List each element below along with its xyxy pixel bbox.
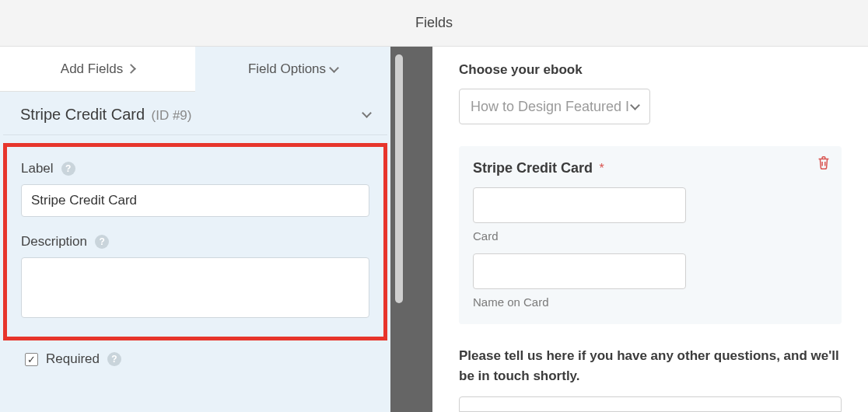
ebook-select[interactable]: How to Design Featured I [459, 89, 650, 124]
label-section: Label ? [21, 161, 369, 217]
tab-field-options[interactable]: Field Options [195, 47, 390, 92]
required-row: ✓ Required ? [0, 351, 390, 381]
cc-title: Stripe Credit Card [473, 160, 593, 176]
label-input[interactable] [21, 184, 369, 217]
card-number-input[interactable] [473, 187, 686, 223]
help-icon[interactable]: ? [107, 352, 121, 366]
description-input[interactable] [21, 257, 369, 318]
credit-card-panel[interactable]: Stripe Credit Card * Card Name on Card [459, 146, 842, 324]
questions-input[interactable] [459, 396, 842, 412]
description-text: Description [21, 234, 87, 250]
sidebar: Add Fields Field Options Stripe Credit C… [0, 47, 390, 412]
sidebar-tabs: Add Fields Field Options [0, 47, 390, 92]
required-star-icon: * [599, 162, 604, 175]
description-row: Description ? [21, 234, 369, 250]
field-header-id: (ID #9) [152, 108, 192, 123]
main-layout: Add Fields Field Options Stripe Credit C… [0, 47, 868, 412]
ebook-label: Choose your ebook [459, 62, 842, 78]
card-sublabel: Card [473, 229, 828, 243]
description-section: Description ? [21, 234, 369, 321]
tab-add-label: Add Fields [61, 61, 123, 77]
required-checkbox[interactable]: ✓ [25, 353, 38, 366]
page-title: Fields [415, 15, 453, 31]
help-icon[interactable]: ? [61, 162, 75, 176]
label-text: Label [21, 161, 54, 176]
label-row: Label ? [21, 161, 369, 176]
help-icon[interactable]: ? [95, 235, 109, 249]
name-sublabel: Name on Card [473, 295, 828, 309]
chevron-down-icon [630, 100, 640, 110]
field-header-title: Stripe Credit Card [20, 106, 145, 123]
chevron-down-icon [329, 63, 339, 73]
divider-column [390, 47, 432, 412]
chevron-right-icon [126, 64, 136, 74]
ebook-selected-value: How to Design Featured I [471, 99, 629, 115]
tab-add-fields[interactable]: Add Fields [0, 47, 195, 92]
scrollbar-thumb[interactable] [395, 54, 403, 303]
chevron-down-icon [362, 108, 372, 118]
delete-field-button[interactable] [815, 154, 832, 171]
cc-title-row: Stripe Credit Card * [473, 160, 828, 176]
tab-options-label: Field Options [248, 61, 326, 77]
required-label: Required [46, 351, 100, 367]
form-preview: Choose your ebook How to Design Featured… [432, 47, 868, 412]
name-on-card-input[interactable] [473, 253, 686, 289]
field-header-text: Stripe Credit Card (ID #9) [20, 106, 191, 124]
questions-label: Please tell us here if you have any othe… [459, 346, 842, 386]
options-highlight: Label ? Description ? [3, 143, 387, 340]
trash-icon [815, 154, 832, 171]
topbar: Fields [0, 0, 868, 47]
field-header[interactable]: Stripe Credit Card (ID #9) [3, 92, 387, 135]
